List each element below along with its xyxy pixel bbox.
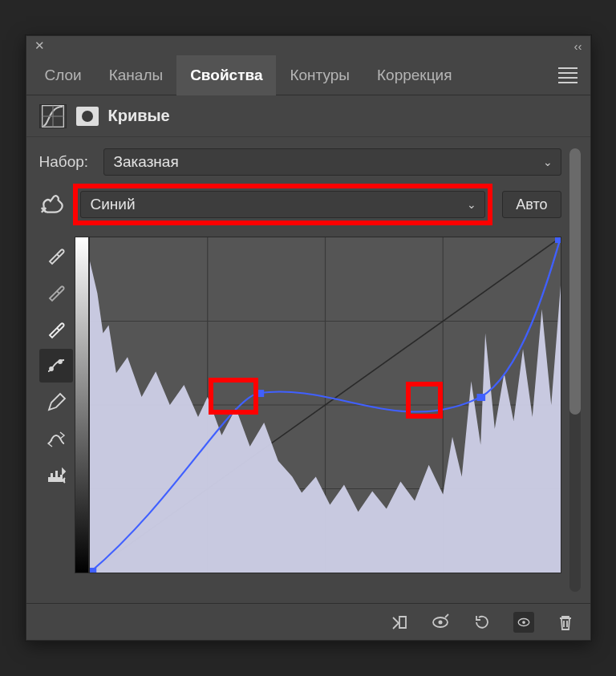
tool-column [39,237,75,573]
adjustment-title: Кривые [108,107,170,125]
histogram-clip-icon[interactable] [39,459,73,493]
svg-point-4 [59,360,62,363]
delete-icon[interactable] [555,612,576,633]
tabs-bar: Слои Каналы Свойства Контуры Коррекция [26,55,590,95]
eyedropper-gray-icon[interactable] [39,275,73,309]
svg-point-19 [522,621,525,624]
properties-panel: ✕ ‹‹ Слои Каналы Свойства Контуры Коррек… [26,35,591,641]
eyedropper-white-icon[interactable] [39,312,73,346]
svg-rect-15 [90,568,96,573]
tab-paths[interactable]: Контуры [276,55,363,95]
pencil-tool-icon[interactable] [39,386,73,419]
tab-adjustments[interactable]: Коррекция [363,55,465,95]
panel-footer [26,603,590,640]
preset-value: Заказная [114,153,179,171]
layer-mask-icon [76,107,99,126]
chevron-down-icon: ⌄ [543,156,553,168]
curves-graph[interactable] [89,237,561,573]
channel-row: Синий ⌄ Авто [39,184,561,225]
collapse-icon[interactable]: ‹‹ [574,39,582,53]
svg-point-3 [50,367,53,370]
controls: Набор: Заказная ⌄ Синий ⌄ Авто [39,148,561,592]
tab-layers[interactable]: Слои [31,55,95,95]
panel-scrollbar[interactable] [569,148,581,592]
channel-value: Синий [91,196,136,213]
tab-properties[interactable]: Свойства [176,55,276,95]
svg-rect-14 [554,237,560,243]
preset-label: Набор: [39,153,94,171]
panel-header: ✕ ‹‹ [26,36,590,55]
chevron-down-icon: ⌄ [467,198,476,211]
targeted-adjust-icon[interactable] [39,191,68,218]
preset-row: Набор: Заказная ⌄ [39,148,561,176]
curve-area [39,237,561,573]
preset-select[interactable]: Заказная ⌄ [103,148,561,176]
channel-select[interactable]: Синий ⌄ [80,191,486,218]
curves-adjustment-icon [39,104,67,128]
curve-point-tool-icon[interactable] [39,349,73,383]
visibility-icon[interactable] [513,612,534,633]
graph-wrap [75,237,561,573]
svg-point-17 [438,620,442,624]
svg-rect-13 [476,394,485,401]
scrollbar-thumb[interactable] [569,148,581,415]
annotation-marker-1 [209,378,258,415]
close-icon[interactable]: ✕ [34,38,45,53]
output-gradient [75,237,89,573]
panel-menu-icon[interactable] [558,66,578,85]
annotation-marker-2 [406,382,443,419]
clip-to-layer-icon[interactable] [388,612,409,633]
smooth-tool-icon[interactable] [39,423,73,456]
toggle-previous-icon[interactable] [430,612,451,633]
reset-icon[interactable] [472,612,492,633]
panel-body: Набор: Заказная ⌄ Синий ⌄ Авто [26,137,590,603]
title-row: Кривые [26,95,590,137]
tab-channels[interactable]: Каналы [95,55,176,95]
eyedropper-black-icon[interactable] [39,238,73,272]
auto-button[interactable]: Авто [502,191,561,218]
